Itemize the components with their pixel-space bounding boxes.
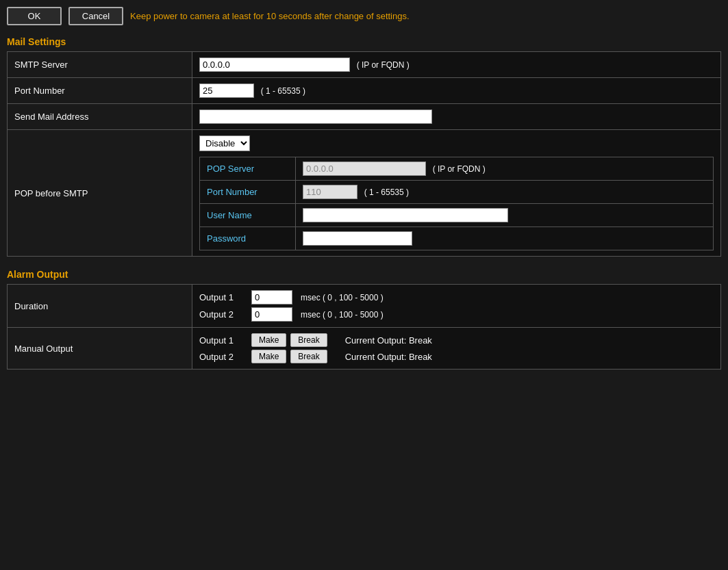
port-number-hint: ( 1 - 65535 ) xyxy=(261,86,305,96)
pop-server-cell: ( IP or FQDN ) xyxy=(296,157,714,181)
manual-output2-row: Output 2 Make Break Current Output: Brea… xyxy=(199,350,714,363)
output2-duration-label: Output 2 xyxy=(199,309,247,320)
pop-port-cell: ( 1 - 65535 ) xyxy=(296,181,714,204)
output1-make-button[interactable]: Make xyxy=(251,333,286,347)
mail-settings-table: SMTP Server ( IP or FQDN ) Port Number (… xyxy=(7,51,721,257)
user-name-row: User Name xyxy=(200,204,714,227)
manual-output1-row: Output 1 Make Break Current Output: Brea… xyxy=(199,333,714,347)
duration-label: Duration xyxy=(8,285,192,328)
password-row: Password xyxy=(200,227,714,250)
notice-text: Keep power to camera at least for 10 sec… xyxy=(130,11,410,21)
send-mail-cell xyxy=(192,104,721,130)
manual-output1-label: Output 1 xyxy=(199,335,247,346)
duration-row: Duration Output 1 msec ( 0 , 100 - 5000 … xyxy=(8,285,721,328)
alarm-output-table: Duration Output 1 msec ( 0 , 100 - 5000 … xyxy=(7,284,721,370)
pop-server-hint: ( IP or FQDN ) xyxy=(433,164,486,174)
output2-break-button[interactable]: Break xyxy=(290,350,327,363)
pop-port-row: Port Number ( 1 - 65535 ) xyxy=(200,181,714,204)
user-name-input[interactable] xyxy=(303,208,508,222)
top-bar: OK Cancel Keep power to camera at least … xyxy=(7,7,721,25)
output2-duration-hint: msec ( 0 , 100 - 5000 ) xyxy=(301,310,384,320)
output1-duration-input[interactable] xyxy=(251,290,292,305)
pop-before-smtp-cell: Disable Enable POP Server ( IP or FQDN ) xyxy=(192,130,721,257)
port-number-label: Port Number xyxy=(8,78,192,104)
smtp-server-row: SMTP Server ( IP or FQDN ) xyxy=(8,52,721,78)
output2-duration-row: Output 2 msec ( 0 , 100 - 5000 ) xyxy=(199,307,714,322)
output1-duration-label: Output 1 xyxy=(199,292,247,302)
smtp-server-cell: ( IP or FQDN ) xyxy=(192,52,721,78)
pop-before-smtp-label: POP before SMTP xyxy=(8,130,192,257)
output1-current-status: Current Output: Break xyxy=(345,335,432,346)
smtp-server-input[interactable] xyxy=(199,57,350,72)
manual-output-label: Manual Output xyxy=(8,328,192,370)
pop-before-smtp-row: POP before SMTP Disable Enable POP Serve… xyxy=(8,130,721,257)
manual-output-cell: Output 1 Make Break Current Output: Brea… xyxy=(192,328,721,370)
cancel-button[interactable]: Cancel xyxy=(68,7,123,25)
mail-settings-title: Mail Settings xyxy=(7,36,721,47)
output1-duration-row: Output 1 msec ( 0 , 100 - 5000 ) xyxy=(199,290,714,305)
send-mail-label: Send Mail Address xyxy=(8,104,192,130)
password-cell xyxy=(296,227,714,250)
pop-settings-subtable: POP Server ( IP or FQDN ) Port Number ( … xyxy=(199,157,714,250)
port-number-cell: ( 1 - 65535 ) xyxy=(192,78,721,104)
pop-port-label: Port Number xyxy=(200,181,296,204)
pop-server-label: POP Server xyxy=(200,157,296,181)
output1-duration-hint: msec ( 0 , 100 - 5000 ) xyxy=(301,293,384,302)
user-name-cell xyxy=(296,204,714,227)
password-input[interactable] xyxy=(303,231,412,246)
ok-button[interactable]: OK xyxy=(7,7,62,25)
manual-output2-label: Output 2 xyxy=(199,352,247,362)
pop-before-smtp-select[interactable]: Disable Enable xyxy=(199,135,250,151)
pop-port-hint: ( 1 - 65535 ) xyxy=(364,187,409,197)
output2-duration-input[interactable] xyxy=(251,307,292,322)
port-number-row: Port Number ( 1 - 65535 ) xyxy=(8,78,721,104)
pop-port-input[interactable] xyxy=(303,185,357,199)
smtp-server-hint: ( IP or FQDN ) xyxy=(357,60,410,70)
alarm-output-title: Alarm Output xyxy=(7,269,721,280)
smtp-server-label: SMTP Server xyxy=(8,52,192,78)
output2-current-status: Current Output: Break xyxy=(345,352,432,362)
send-mail-row: Send Mail Address xyxy=(8,104,721,130)
duration-cell: Output 1 msec ( 0 , 100 - 5000 ) Output … xyxy=(192,285,721,328)
port-number-input[interactable] xyxy=(199,83,254,98)
password-label: Password xyxy=(200,227,296,250)
send-mail-input[interactable] xyxy=(199,109,432,124)
pop-server-input[interactable] xyxy=(303,161,426,176)
manual-output-row: Manual Output Output 1 Make Break Curren… xyxy=(8,328,721,370)
user-name-label: User Name xyxy=(200,204,296,227)
output2-make-button[interactable]: Make xyxy=(251,350,286,363)
pop-server-row: POP Server ( IP or FQDN ) xyxy=(200,157,714,181)
output1-break-button[interactable]: Break xyxy=(290,333,327,347)
